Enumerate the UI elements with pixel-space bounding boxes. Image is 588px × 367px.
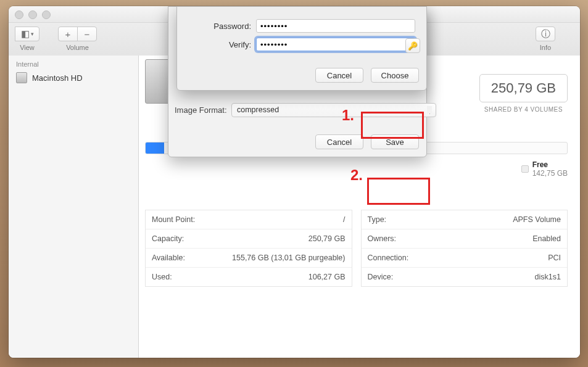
image-format-label: Image Format:	[175, 105, 227, 115]
details-table: Mount Point:/ Capacity:250,79 GB Availab…	[145, 210, 568, 287]
save-cancel-button[interactable]: Cancel	[315, 134, 363, 149]
sidebar-item-macintosh-hd[interactable]: Macintosh HD	[9, 70, 138, 85]
volume-add-button[interactable]: +	[58, 27, 78, 41]
choose-button[interactable]: Choose	[371, 68, 419, 83]
password-assistant-button[interactable]: 🔑	[405, 38, 420, 53]
app-window: Disk Utility ◧ ▾ View + − Volume ✚First …	[9, 6, 580, 358]
sidebar: Internal Macintosh HD	[9, 56, 139, 358]
sidebar-section-internal: Internal	[9, 56, 138, 70]
detail-key: Type:	[368, 215, 387, 224]
detail-value: 106,27 GB	[308, 273, 346, 281]
save-button[interactable]: Save	[371, 134, 419, 149]
password-sheet: Password: Verify: 🔑 Cancel Choose	[176, 6, 427, 91]
detail-key: Device:	[368, 273, 394, 281]
detail-key: Used:	[152, 273, 172, 281]
usage-free-label: Free	[532, 160, 568, 169]
usage-free-value: 142,75 GB	[532, 169, 568, 178]
detail-value: 155,76 GB (13,01 GB purgeable)	[232, 254, 345, 262]
plus-icon: +	[65, 29, 71, 39]
volume-remove-button[interactable]: −	[77, 27, 97, 41]
detail-key: Connection:	[368, 254, 409, 262]
disk-shared-label: SHARED BY 4 VOLUMES	[479, 106, 568, 113]
image-format-value: compressed	[237, 105, 279, 114]
harddrive-icon	[16, 72, 27, 83]
verify-label: Verify:	[177, 40, 256, 49]
toolbar-info-group: ⓘ Info	[536, 27, 555, 51]
password-input[interactable]	[256, 19, 415, 33]
sidebar-icon: ◧	[21, 28, 30, 39]
toolbar-volume-group: + − Volume	[58, 27, 97, 51]
detail-value: /	[343, 215, 345, 224]
detail-key: Available:	[152, 254, 185, 262]
detail-key: Owners:	[368, 234, 397, 243]
toolbar-view-group: ◧ ▾ View	[15, 27, 39, 51]
chevron-down-icon: ▾	[31, 31, 34, 37]
sidebar-item-label: Macintosh HD	[32, 73, 83, 83]
detail-value: 250,79 GB	[308, 234, 346, 243]
detail-value: PCI	[548, 254, 561, 262]
password-cancel-button[interactable]: Cancel	[315, 68, 363, 83]
image-format-select[interactable]: compressed ▴▾	[231, 103, 436, 117]
key-icon: 🔑	[408, 41, 418, 51]
disk-size-value: 250,79 GB	[479, 74, 568, 102]
minus-icon: −	[85, 29, 90, 39]
updown-icon: ▴▾	[428, 107, 431, 114]
toolbar-info-label: Info	[540, 44, 551, 51]
disk-size-box: 250,79 GB SHARED BY 4 VOLUMES	[479, 74, 568, 113]
detail-value: APFS Volume	[513, 215, 561, 224]
info-button[interactable]: ⓘ	[536, 27, 555, 41]
toolbar-view-label: View	[20, 44, 35, 51]
info-icon: ⓘ	[541, 28, 550, 40]
free-swatch-icon	[521, 165, 529, 173]
detail-value: Enabled	[532, 234, 561, 243]
toolbar-volume-label: Volume	[66, 44, 89, 51]
password-label: Password:	[177, 22, 256, 31]
detail-key: Mount Point:	[152, 215, 195, 224]
usage-free: Free 142,75 GB	[521, 160, 568, 178]
detail-key: Capacity:	[152, 234, 184, 243]
verify-input[interactable]	[256, 38, 415, 51]
detail-value: disk1s1	[535, 273, 561, 281]
view-button[interactable]: ◧ ▾	[15, 27, 39, 41]
